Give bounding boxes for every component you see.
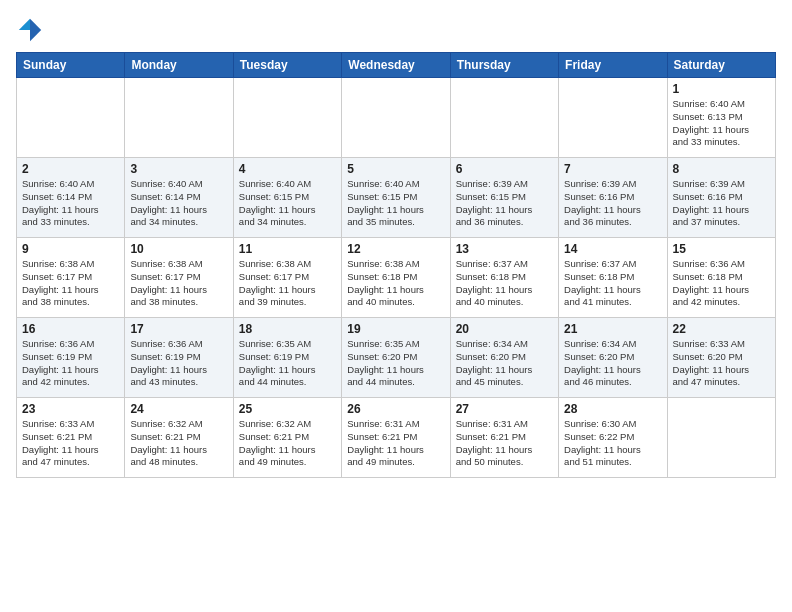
calendar-cell: 13Sunrise: 6:37 AM Sunset: 6:18 PM Dayli… <box>450 238 558 318</box>
day-number: 20 <box>456 322 553 336</box>
calendar-cell: 7Sunrise: 6:39 AM Sunset: 6:16 PM Daylig… <box>559 158 667 238</box>
calendar-cell: 24Sunrise: 6:32 AM Sunset: 6:21 PM Dayli… <box>125 398 233 478</box>
calendar-cell: 20Sunrise: 6:34 AM Sunset: 6:20 PM Dayli… <box>450 318 558 398</box>
day-number: 28 <box>564 402 661 416</box>
day-info: Sunrise: 6:38 AM Sunset: 6:18 PM Dayligh… <box>347 258 444 309</box>
calendar-cell <box>667 398 775 478</box>
day-info: Sunrise: 6:36 AM Sunset: 6:19 PM Dayligh… <box>22 338 119 389</box>
calendar-week-2: 2Sunrise: 6:40 AM Sunset: 6:14 PM Daylig… <box>17 158 776 238</box>
svg-marker-0 <box>30 19 41 41</box>
column-header-friday: Friday <box>559 53 667 78</box>
day-number: 8 <box>673 162 770 176</box>
day-info: Sunrise: 6:36 AM Sunset: 6:19 PM Dayligh… <box>130 338 227 389</box>
calendar-cell: 3Sunrise: 6:40 AM Sunset: 6:14 PM Daylig… <box>125 158 233 238</box>
calendar-cell <box>559 78 667 158</box>
day-number: 16 <box>22 322 119 336</box>
day-number: 17 <box>130 322 227 336</box>
day-info: Sunrise: 6:38 AM Sunset: 6:17 PM Dayligh… <box>22 258 119 309</box>
calendar-cell: 8Sunrise: 6:39 AM Sunset: 6:16 PM Daylig… <box>667 158 775 238</box>
calendar-cell: 25Sunrise: 6:32 AM Sunset: 6:21 PM Dayli… <box>233 398 341 478</box>
calendar-cell: 16Sunrise: 6:36 AM Sunset: 6:19 PM Dayli… <box>17 318 125 398</box>
svg-marker-1 <box>19 19 30 30</box>
calendar-cell: 21Sunrise: 6:34 AM Sunset: 6:20 PM Dayli… <box>559 318 667 398</box>
calendar-cell: 9Sunrise: 6:38 AM Sunset: 6:17 PM Daylig… <box>17 238 125 318</box>
day-number: 3 <box>130 162 227 176</box>
day-number: 6 <box>456 162 553 176</box>
calendar-cell: 23Sunrise: 6:33 AM Sunset: 6:21 PM Dayli… <box>17 398 125 478</box>
day-info: Sunrise: 6:34 AM Sunset: 6:20 PM Dayligh… <box>564 338 661 389</box>
column-header-tuesday: Tuesday <box>233 53 341 78</box>
calendar-cell: 2Sunrise: 6:40 AM Sunset: 6:14 PM Daylig… <box>17 158 125 238</box>
day-number: 18 <box>239 322 336 336</box>
calendar-cell: 1Sunrise: 6:40 AM Sunset: 6:13 PM Daylig… <box>667 78 775 158</box>
calendar-cell: 17Sunrise: 6:36 AM Sunset: 6:19 PM Dayli… <box>125 318 233 398</box>
column-header-sunday: Sunday <box>17 53 125 78</box>
day-number: 5 <box>347 162 444 176</box>
calendar-week-4: 16Sunrise: 6:36 AM Sunset: 6:19 PM Dayli… <box>17 318 776 398</box>
day-number: 23 <box>22 402 119 416</box>
day-number: 14 <box>564 242 661 256</box>
day-number: 22 <box>673 322 770 336</box>
calendar-cell: 26Sunrise: 6:31 AM Sunset: 6:21 PM Dayli… <box>342 398 450 478</box>
day-info: Sunrise: 6:38 AM Sunset: 6:17 PM Dayligh… <box>130 258 227 309</box>
calendar-week-3: 9Sunrise: 6:38 AM Sunset: 6:17 PM Daylig… <box>17 238 776 318</box>
day-number: 24 <box>130 402 227 416</box>
day-info: Sunrise: 6:36 AM Sunset: 6:18 PM Dayligh… <box>673 258 770 309</box>
day-number: 15 <box>673 242 770 256</box>
day-number: 9 <box>22 242 119 256</box>
day-info: Sunrise: 6:38 AM Sunset: 6:17 PM Dayligh… <box>239 258 336 309</box>
calendar-cell <box>17 78 125 158</box>
day-info: Sunrise: 6:30 AM Sunset: 6:22 PM Dayligh… <box>564 418 661 469</box>
day-number: 12 <box>347 242 444 256</box>
calendar-cell: 5Sunrise: 6:40 AM Sunset: 6:15 PM Daylig… <box>342 158 450 238</box>
day-number: 21 <box>564 322 661 336</box>
calendar-week-5: 23Sunrise: 6:33 AM Sunset: 6:21 PM Dayli… <box>17 398 776 478</box>
calendar-cell: 11Sunrise: 6:38 AM Sunset: 6:17 PM Dayli… <box>233 238 341 318</box>
day-info: Sunrise: 6:39 AM Sunset: 6:16 PM Dayligh… <box>564 178 661 229</box>
day-number: 4 <box>239 162 336 176</box>
calendar-cell: 14Sunrise: 6:37 AM Sunset: 6:18 PM Dayli… <box>559 238 667 318</box>
column-header-saturday: Saturday <box>667 53 775 78</box>
calendar-cell: 18Sunrise: 6:35 AM Sunset: 6:19 PM Dayli… <box>233 318 341 398</box>
day-info: Sunrise: 6:40 AM Sunset: 6:15 PM Dayligh… <box>347 178 444 229</box>
day-info: Sunrise: 6:39 AM Sunset: 6:15 PM Dayligh… <box>456 178 553 229</box>
day-number: 7 <box>564 162 661 176</box>
logo-icon <box>16 16 44 44</box>
day-info: Sunrise: 6:39 AM Sunset: 6:16 PM Dayligh… <box>673 178 770 229</box>
day-number: 2 <box>22 162 119 176</box>
day-info: Sunrise: 6:33 AM Sunset: 6:21 PM Dayligh… <box>22 418 119 469</box>
calendar-week-1: 1Sunrise: 6:40 AM Sunset: 6:13 PM Daylig… <box>17 78 776 158</box>
day-info: Sunrise: 6:35 AM Sunset: 6:19 PM Dayligh… <box>239 338 336 389</box>
day-info: Sunrise: 6:37 AM Sunset: 6:18 PM Dayligh… <box>564 258 661 309</box>
day-number: 11 <box>239 242 336 256</box>
day-number: 13 <box>456 242 553 256</box>
day-info: Sunrise: 6:32 AM Sunset: 6:21 PM Dayligh… <box>239 418 336 469</box>
calendar-cell: 15Sunrise: 6:36 AM Sunset: 6:18 PM Dayli… <box>667 238 775 318</box>
day-info: Sunrise: 6:33 AM Sunset: 6:20 PM Dayligh… <box>673 338 770 389</box>
column-header-monday: Monday <box>125 53 233 78</box>
calendar-cell: 27Sunrise: 6:31 AM Sunset: 6:21 PM Dayli… <box>450 398 558 478</box>
logo <box>16 16 48 44</box>
day-info: Sunrise: 6:40 AM Sunset: 6:14 PM Dayligh… <box>130 178 227 229</box>
calendar-header-row: SundayMondayTuesdayWednesdayThursdayFrid… <box>17 53 776 78</box>
day-number: 25 <box>239 402 336 416</box>
calendar-cell: 12Sunrise: 6:38 AM Sunset: 6:18 PM Dayli… <box>342 238 450 318</box>
column-header-thursday: Thursday <box>450 53 558 78</box>
day-info: Sunrise: 6:40 AM Sunset: 6:15 PM Dayligh… <box>239 178 336 229</box>
day-number: 26 <box>347 402 444 416</box>
calendar-cell <box>125 78 233 158</box>
calendar-cell: 22Sunrise: 6:33 AM Sunset: 6:20 PM Dayli… <box>667 318 775 398</box>
calendar-cell: 10Sunrise: 6:38 AM Sunset: 6:17 PM Dayli… <box>125 238 233 318</box>
day-number: 10 <box>130 242 227 256</box>
calendar-cell <box>342 78 450 158</box>
day-info: Sunrise: 6:34 AM Sunset: 6:20 PM Dayligh… <box>456 338 553 389</box>
day-info: Sunrise: 6:31 AM Sunset: 6:21 PM Dayligh… <box>456 418 553 469</box>
calendar-cell: 6Sunrise: 6:39 AM Sunset: 6:15 PM Daylig… <box>450 158 558 238</box>
calendar-cell: 19Sunrise: 6:35 AM Sunset: 6:20 PM Dayli… <box>342 318 450 398</box>
day-info: Sunrise: 6:37 AM Sunset: 6:18 PM Dayligh… <box>456 258 553 309</box>
calendar-cell: 4Sunrise: 6:40 AM Sunset: 6:15 PM Daylig… <box>233 158 341 238</box>
calendar-cell <box>450 78 558 158</box>
day-number: 19 <box>347 322 444 336</box>
day-info: Sunrise: 6:35 AM Sunset: 6:20 PM Dayligh… <box>347 338 444 389</box>
column-header-wednesday: Wednesday <box>342 53 450 78</box>
